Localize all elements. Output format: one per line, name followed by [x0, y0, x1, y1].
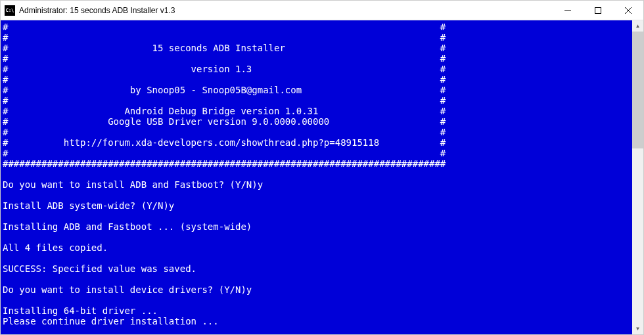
scroll-track[interactable] — [632, 32, 643, 323]
svg-rect-1 — [595, 7, 601, 13]
window-title: Administrator: 15 seconds ADB Installer … — [19, 6, 553, 15]
terminal-output[interactable]: # # # # # 15 seconds — [1, 20, 632, 334]
minimize-icon — [564, 7, 571, 14]
close-button[interactable] — [613, 1, 643, 20]
scroll-up-arrow[interactable]: ▲ — [632, 20, 643, 32]
window-frame: C:\ Administrator: 15 seconds ADB Instal… — [0, 0, 644, 335]
close-icon — [625, 7, 632, 14]
terminal-area: # # # # # 15 seconds — [1, 20, 643, 334]
maximize-icon — [595, 7, 601, 14]
minimize-button[interactable] — [553, 1, 583, 20]
titlebar[interactable]: C:\ Administrator: 15 seconds ADB Instal… — [1, 1, 643, 20]
app-icon: C:\ — [5, 5, 15, 16]
window-controls — [553, 1, 643, 20]
maximize-button[interactable] — [583, 1, 613, 20]
scroll-thumb[interactable] — [632, 32, 643, 148]
vertical-scrollbar[interactable]: ▲ ▼ — [632, 20, 643, 334]
scroll-down-arrow[interactable]: ▼ — [632, 323, 643, 334]
